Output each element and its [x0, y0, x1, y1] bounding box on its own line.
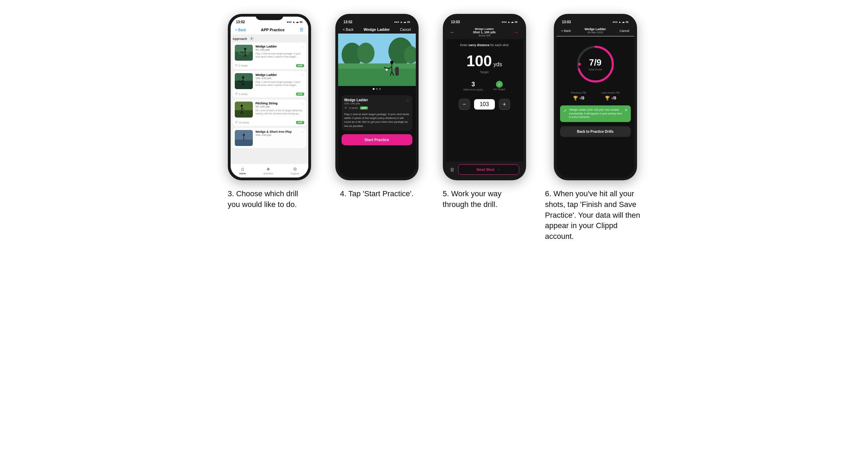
phone-notch-2: [363, 14, 391, 20]
shots-count-3: ⏱ 10 shots: [235, 121, 249, 124]
diff-label: Difference (yds): [463, 88, 483, 91]
phone2-drill-name: Wedge Ladder: [344, 98, 368, 102]
drill-star-1[interactable]: ☆: [301, 45, 304, 51]
svg-rect-41: [395, 67, 399, 76]
status-icons-3: ●●● ▲ ☁ 46: [502, 20, 518, 24]
nav-cancel-4[interactable]: Cancel: [619, 29, 629, 33]
drill-info-3: Pitching String 55–100 yds ☆ Hit 1 shot …: [256, 102, 304, 118]
drill-footer-2: ⏱ 9 shots APP: [233, 91, 306, 97]
decrement-button[interactable]: −: [459, 99, 470, 110]
svg-rect-34: [338, 69, 416, 86]
nav-next-arrow-3[interactable]: →: [514, 29, 519, 35]
nav-shot-label-3: Shot 1, 100 yds: [473, 31, 496, 34]
bottom-nav-capture[interactable]: ⊕ Capture: [291, 166, 299, 175]
phone-section-1: 13:02 ●●● ▲ ☁ 46 < Back APP Practice ☰ A…: [221, 14, 318, 210]
drill-desc-3: Hit 1 shot at each of the 10 target dist…: [256, 109, 304, 115]
drill-star-3[interactable]: ☆: [301, 102, 304, 108]
carry-instruction: Enter carry distance for each shot: [460, 43, 509, 47]
drill-star-4[interactable]: ☆: [301, 130, 304, 137]
phone-section-3: 13:03 ●●● ▲ ☁ 46 ← Wedge Ladder Shot 1, …: [436, 14, 533, 210]
diff-value: 3: [463, 81, 483, 88]
svg-point-19: [241, 105, 243, 107]
phone-inner-4: 13:03 ●●● ▲ ☁ 46 < Back Wedge Ladder 06 …: [557, 17, 634, 178]
nav-title-1: APP Practice: [261, 28, 284, 32]
drill-thumb-3: [235, 102, 253, 118]
phone3-footer: 🗑 Next Shot →: [446, 162, 523, 178]
back-to-drills-button[interactable]: Back to Practice Drills: [560, 126, 631, 137]
status-time-2: 13:02: [344, 20, 353, 24]
hit-target-icon: ✓: [496, 81, 503, 88]
svg-rect-42: [395, 68, 395, 71]
nav-back-2[interactable]: < Back: [343, 28, 354, 32]
trophy-icon-2: 🏆: [605, 96, 610, 101]
drill-name-1: Wedge Ladder: [256, 45, 277, 48]
nav-back-4[interactable]: < Back: [561, 29, 571, 33]
status-icons-1: ●●● ▲ ☁ 46: [287, 20, 303, 24]
drill-card-3[interactable]: Pitching String 55–100 yds ☆ Hit 1 shot …: [233, 100, 306, 126]
nav-back-1[interactable]: < Back: [235, 28, 246, 32]
status-icons-4: ●●● ▲ ☁ 46: [613, 20, 629, 24]
phone2-drill-meta: ⏱ 9 shots APP: [344, 106, 410, 110]
phone2-drill-yds: 100–140 yds: [344, 102, 368, 105]
capture-icon: ⊕: [293, 166, 297, 172]
phone-frame-1: 13:02 ●●● ▲ ☁ 46 < Back APP Practice ☰ A…: [228, 14, 311, 180]
toast-close-button[interactable]: ✕: [625, 108, 627, 112]
nav-bar-2: < Back Wedge Ladder Cancel: [338, 25, 416, 34]
shots-count-2: ⏱ 9 shots: [235, 92, 248, 96]
trophy-icon-1: 🏆: [573, 96, 578, 101]
status-time-3: 13:03: [451, 20, 460, 24]
svg-point-26: [243, 134, 245, 136]
phone3-body: Enter carry distance for each shot 100 y…: [446, 39, 523, 162]
hit-target-label: Hit Target: [493, 88, 505, 91]
svg-point-35: [390, 61, 394, 64]
drill-star-2[interactable]: ☆: [301, 73, 304, 80]
previous-pb-label: Previous PB: [571, 91, 586, 94]
stat-hit-target: ✓ Hit Target: [493, 81, 505, 91]
section-badge-1: 7: [249, 37, 254, 41]
increment-button[interactable]: +: [499, 99, 510, 110]
start-practice-button[interactable]: Start Practice: [342, 134, 412, 145]
phone-inner-2: 13:02 ●●● ▲ ☁ 46 < Back Wedge Ladder Can…: [338, 17, 416, 178]
distance-input[interactable]: 103: [474, 99, 495, 110]
nav-back-arrow-3[interactable]: ←: [450, 29, 455, 35]
phone2-drill-star[interactable]: ☆: [406, 98, 410, 103]
next-shot-button[interactable]: Next Shot →: [458, 164, 519, 175]
drill-info-2: Wedge Ladder 100–140 yds ☆ Play 1 shot a…: [256, 73, 304, 89]
drill-name-4: Wedge & Short Iron Play: [256, 130, 292, 133]
delete-button[interactable]: 🗑: [450, 167, 455, 172]
page-container: 13:02 ●●● ▲ ☁ 46 < Back APP Practice ☰ A…: [221, 14, 647, 242]
status-time-1: 13:02: [236, 20, 245, 24]
target-value: 100: [466, 52, 492, 69]
nav-bar-4: < Back Wedge Ladder 06 Mar 2023 Cancel: [557, 25, 634, 36]
last-month-pb-label: Last month PB: [601, 91, 619, 94]
nav-center-3: Wedge Ladder Shot 1, 100 yds Score 5/9: [473, 27, 496, 37]
next-shot-arrow: →: [497, 167, 500, 172]
nav-score-label-3: Score 5/9: [473, 34, 496, 37]
app-badge-2: APP: [296, 93, 304, 96]
svg-point-30: [357, 43, 375, 63]
phone-notch-3: [471, 14, 498, 20]
bottom-nav-activities[interactable]: ♣ Activities: [264, 166, 273, 175]
stats-row: 3 Difference (yds) ✓ Hit Target: [463, 81, 505, 91]
phone2-drill-card: Wedge Ladder 100–140 yds ☆ ⏱ 9 shots APP…: [342, 95, 412, 131]
drill-card-4[interactable]: Wedge & Short Iron Play 100–140 yds ☆: [233, 128, 306, 148]
nav-menu-1[interactable]: ☰: [300, 27, 303, 32]
nav-bar-1: < Back APP Practice ☰: [231, 25, 308, 35]
svg-rect-25: [235, 140, 253, 146]
section-label-1: Approach: [233, 37, 247, 41]
target-display: 100 yds Target: [466, 52, 502, 74]
drill-list-1: Approach 7: [231, 35, 308, 164]
next-shot-label: Next Shot: [476, 167, 494, 172]
phone2-drill-desc: Play 1 shot at each target yardage. If y…: [344, 112, 410, 128]
drill-desc-1: Play 1 shot at each target yardage. If y…: [256, 52, 304, 58]
nav-cancel-2[interactable]: Cancel: [400, 28, 411, 32]
bottom-nav-home[interactable]: ⌂ Home: [239, 166, 246, 175]
drill-yds-2: 100–140 yds: [256, 77, 277, 80]
app-badge-1: APP: [296, 64, 304, 67]
phone-frame-3: 13:03 ●●● ▲ ☁ 46 ← Wedge Ladder Shot 1, …: [443, 14, 526, 180]
phone2-shots: 9 shots: [349, 106, 358, 110]
drill-card-1[interactable]: Wedge Ladder 50–100 yds ☆ Play 1 shot at…: [233, 43, 306, 69]
drill-card-2[interactable]: Wedge Ladder 100–140 yds ☆ Play 1 shot a…: [233, 71, 306, 97]
carousel-dots-2: [338, 86, 416, 92]
previous-pb-value: 🏆 -/9: [571, 96, 586, 101]
